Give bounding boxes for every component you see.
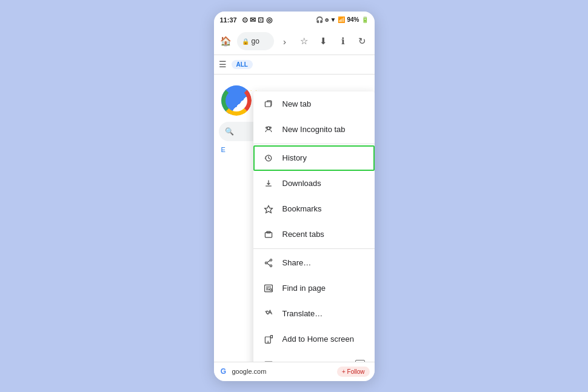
svg-line-11	[267, 261, 270, 262]
svg-point-17	[269, 288, 271, 290]
lock-icon: 🔒	[242, 38, 249, 45]
share-icon	[263, 257, 274, 268]
menu-item-bookmarks[interactable]: Bookmarks	[253, 196, 375, 222]
svg-rect-0	[265, 102, 271, 107]
tab-bar: ☰ ALL	[214, 55, 375, 75]
desktop-site-checkbox[interactable]	[355, 360, 365, 362]
downloads-icon	[263, 178, 274, 189]
address-bar[interactable]: 🔒 go	[237, 32, 274, 50]
menu-item-share[interactable]: Share…	[253, 250, 375, 276]
browser-toolbar: 🏠 🔒 go › ☆ ⬇ ℹ ↻	[214, 28, 375, 55]
svg-line-18	[271, 290, 272, 290]
new-tab-icon	[263, 99, 274, 110]
menu-item-desktop[interactable]: Desktop site	[253, 352, 375, 362]
recent-tabs-icon	[263, 229, 274, 240]
download-button[interactable]: ⬇	[315, 33, 332, 50]
menu-item-find[interactable]: Find in page	[253, 276, 375, 301]
refresh-button[interactable]: ↻	[354, 33, 371, 50]
forward-button[interactable]: ›	[276, 33, 293, 50]
menu-item-recent-tabs[interactable]: Recent tabs	[253, 222, 375, 247]
menu-item-translate[interactable]: Translate…	[253, 301, 375, 327]
dropdown-menu: New tab New Incognito tab	[253, 91, 375, 362]
bottom-bar: G google.com + Follow	[214, 362, 375, 381]
svg-point-10	[265, 262, 267, 264]
menu-item-new-tab[interactable]: New tab	[253, 91, 375, 117]
divider-1	[253, 144, 375, 144]
status-bar: 11:37 ⊙ ✉ ⊡ ◎ 🎧 ⌾ ▼ 📶 94% 🔋	[214, 12, 375, 28]
incognito-icon	[263, 124, 274, 135]
svg-line-12	[267, 263, 270, 265]
divider-2	[253, 248, 375, 249]
bookmarks-icon	[263, 204, 274, 214]
follow-button[interactable]: + Follow	[337, 367, 370, 377]
desktop-icon	[263, 359, 274, 362]
status-icons: 🎧 ⌾ ▼ 📶 94% 🔋	[316, 16, 369, 23]
svg-point-8	[270, 259, 272, 261]
history-icon	[263, 153, 274, 164]
search-mag-icon: 🔍	[225, 127, 234, 136]
hamburger-icon[interactable]: ☰	[219, 59, 227, 69]
home-button[interactable]: 🏠	[218, 33, 235, 50]
page-link: E	[221, 146, 226, 153]
menu-item-history[interactable]: History	[253, 145, 375, 171]
add-home-icon	[263, 334, 274, 345]
menu-item-add-home[interactable]: Add to Home screen	[253, 327, 375, 352]
svg-marker-5	[264, 205, 272, 213]
google-g-icon: G	[219, 367, 229, 376]
find-icon	[263, 283, 274, 294]
star-button[interactable]: ☆	[296, 33, 313, 50]
status-time: 11:37 ⊙ ✉ ⊡ ◎	[220, 16, 272, 24]
tab-all-pill[interactable]: ALL	[232, 60, 253, 69]
svg-point-3	[270, 127, 271, 128]
svg-point-9	[270, 265, 272, 267]
phone-container: 11:37 ⊙ ✉ ⊡ ◎ 🎧 ⌾ ▼ 📶 94% 🔋 🏠 🔒 go › ☆ ⬇…	[214, 12, 375, 381]
domain-label: google.com	[232, 368, 267, 375]
svg-point-2	[266, 127, 267, 128]
menu-item-incognito[interactable]: New Incognito tab	[253, 117, 375, 142]
page-content: · · · 🔍 E New tab	[214, 75, 375, 362]
info-button[interactable]: ℹ	[335, 33, 352, 50]
url-text: go	[252, 37, 259, 45]
translate-icon	[263, 308, 274, 319]
menu-item-downloads[interactable]: Downloads	[253, 171, 375, 196]
